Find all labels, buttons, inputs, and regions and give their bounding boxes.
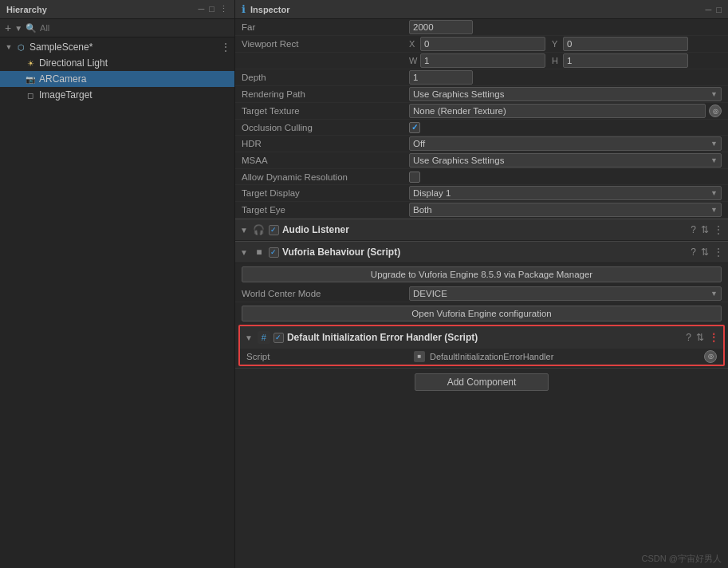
error-handler-label: Default Initialization Error Handler (Sc…: [287, 332, 683, 343]
occlusion-culling-label: Occlusion Culling: [242, 123, 409, 132]
hdr-dropdown-text: Off: [413, 139, 425, 148]
viewport-h-group: H: [552, 53, 688, 68]
vuforia-label: Vuforia Behaviour (Script): [282, 247, 687, 258]
script-pick-btn[interactable]: ◎: [704, 350, 717, 363]
far-label: Far: [242, 22, 409, 32]
hdr-row: HDR Off ▼: [235, 136, 728, 152]
rendering-path-value: Use Graphics Settings ▼: [409, 87, 722, 101]
error-handler-arrow-icon[interactable]: ▼: [245, 333, 253, 342]
hierarchy-header: Hierarchy ─ □ ⋮: [0, 0, 234, 19]
inspector-info-icon: ℹ: [242, 3, 246, 15]
dropdown-arrow-icon[interactable]: ▼: [14, 24, 22, 33]
imagetarget-item[interactable]: ◻ ImageTarget: [0, 87, 234, 103]
vuforia-header: ▼ ■ Vuforia Behaviour (Script) ? ⇅ ⋮: [235, 241, 728, 263]
arcamera-icon: 📷: [24, 73, 37, 85]
vuforia-checkbox[interactable]: [269, 247, 279, 258]
rendering-path-dropdown[interactable]: Use Graphics Settings ▼: [409, 87, 722, 101]
hierarchy-title: Hierarchy: [6, 5, 47, 14]
depth-input[interactable]: [409, 70, 473, 85]
audio-listener-icon: 🎧: [253, 223, 266, 236]
world-center-mode-dropdown[interactable]: DEVICE ▼: [409, 286, 722, 301]
audio-listener-help-icon[interactable]: ?: [691, 224, 696, 235]
imagetarget-icon: ◻: [24, 89, 37, 101]
plus-icon[interactable]: +: [5, 22, 11, 34]
inspector-minimize-icon[interactable]: ─: [706, 5, 712, 14]
msaa-value: Use Graphics Settings ▼: [409, 153, 722, 168]
script-value-text: DefaultInitializationErrorHandler: [430, 352, 553, 361]
audio-listener-label: Audio Listener: [282, 224, 687, 235]
rendering-path-row: Rendering Path Use Graphics Settings ▼: [235, 86, 728, 103]
inspector-header: ℹ Inspector ─ □: [235, 0, 728, 19]
error-handler-settings-icon[interactable]: ⇅: [696, 332, 704, 343]
audio-listener-actions: ? ⇅ ⋮: [691, 224, 723, 235]
vuforia-more-icon[interactable]: ⋮: [714, 247, 723, 258]
world-center-mode-row: World Center Mode DEVICE ▼: [235, 286, 728, 302]
inspector-expand-icon[interactable]: □: [716, 5, 722, 14]
viewport-y-group: Y: [552, 37, 688, 51]
arcamera-item[interactable]: 📷 ARCamera: [0, 71, 234, 87]
target-texture-pick-btn[interactable]: ◎: [709, 105, 722, 117]
world-center-mode-text: DEVICE: [413, 289, 447, 298]
hdr-dropdown[interactable]: Off ▼: [409, 136, 722, 151]
viewport-rect-row: Viewport Rect X Y: [235, 36, 728, 53]
scene-icon: ⬡: [14, 41, 27, 53]
vuforia-settings-icon[interactable]: ⇅: [701, 247, 709, 258]
msaa-dropdown[interactable]: Use Graphics Settings ▼: [409, 153, 722, 168]
error-handler-header: ▼ # Default Initialization Error Handler…: [240, 326, 723, 349]
audio-listener-arrow-icon[interactable]: ▼: [240, 226, 248, 235]
expand-icon[interactable]: □: [209, 4, 214, 14]
scene-more-icon[interactable]: ⋮: [220, 41, 231, 53]
watermark: CSDN @宇宙好男人: [642, 553, 722, 565]
audio-listener-more-icon[interactable]: ⋮: [714, 224, 723, 235]
target-texture-dropdown[interactable]: None (Render Texture): [409, 104, 706, 118]
arcamera-label: ARCamera: [39, 73, 86, 85]
add-component-row: Add Component: [235, 368, 728, 396]
viewport-y-input[interactable]: [563, 37, 688, 51]
viewport-w-input[interactable]: [420, 53, 545, 68]
occlusion-culling-checkbox[interactable]: [409, 122, 420, 133]
hierarchy-search-bar: + ▼ 🔍: [0, 19, 234, 37]
far-input[interactable]: [409, 20, 473, 34]
target-eye-dropdown[interactable]: Both ▼: [409, 203, 722, 217]
target-display-row: Target Display Display 1 ▼: [235, 185, 728, 202]
vuforia-help-icon[interactable]: ?: [691, 247, 696, 258]
minimize-icon[interactable]: ─: [199, 4, 205, 14]
target-texture-value: None (Render Texture) ◎: [409, 104, 722, 118]
script-label: Script: [246, 352, 414, 361]
audio-listener-checkbox[interactable]: [269, 225, 279, 235]
more-icon[interactable]: ⋮: [219, 4, 228, 14]
occlusion-culling-value: [409, 122, 722, 133]
error-handler-checkbox[interactable]: [273, 333, 284, 343]
viewport-rect-label: Viewport Rect: [242, 39, 409, 49]
vuforia-arrow-icon[interactable]: ▼: [240, 248, 248, 257]
audio-listener-settings-icon[interactable]: ⇅: [701, 224, 709, 235]
viewport-h-letter: H: [552, 56, 561, 65]
target-display-dropdown[interactable]: Display 1 ▼: [409, 186, 722, 200]
upgrade-btn[interactable]: Upgrade to Vuforia Engine 8.5.9 via Pack…: [242, 266, 722, 282]
directional-light-item[interactable]: ☀ Directional Light: [0, 55, 234, 71]
inspector-header-icons: ─ □: [706, 5, 722, 14]
viewport-x-group: X: [409, 37, 545, 51]
viewport-w-group: W: [409, 53, 545, 68]
scene-item[interactable]: ▼ ⬡ SampleScene* ⋮: [0, 39, 234, 55]
allow-dynamic-checkbox[interactable]: [409, 172, 420, 183]
allow-dynamic-row: Allow Dynamic Resolution: [235, 169, 728, 185]
target-eye-label: Target Eye: [242, 205, 409, 215]
vuforia-icon: ■: [253, 246, 266, 258]
viewport-h-input[interactable]: [563, 53, 688, 68]
error-handler-more-icon[interactable]: ⋮: [709, 332, 718, 343]
far-row: Far: [235, 19, 728, 36]
add-component-btn[interactable]: Add Component: [415, 373, 549, 391]
target-eye-arrow: ▼: [710, 206, 718, 214]
open-config-btn[interactable]: Open Vuforia Engine configuration: [242, 306, 722, 321]
world-center-mode-value: DEVICE ▼: [409, 286, 722, 301]
viewport-x-input[interactable]: [420, 37, 545, 51]
error-handler-help-icon[interactable]: ?: [686, 332, 691, 343]
search-input[interactable]: [40, 23, 230, 33]
allow-dynamic-label: Allow Dynamic Resolution: [242, 172, 409, 182]
far-value-group: [409, 20, 722, 34]
imagetarget-label: ImageTarget: [39, 89, 92, 101]
rendering-path-dropdown-text: Use Graphics Settings: [413, 89, 504, 99]
msaa-dropdown-text: Use Graphics Settings: [413, 156, 504, 165]
target-display-text: Display 1: [413, 188, 451, 198]
